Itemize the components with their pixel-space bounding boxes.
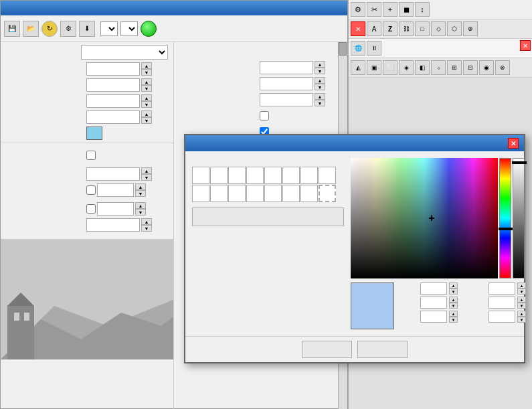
custom-cell[interactable] xyxy=(319,167,336,184)
red-up[interactable]: ▲ xyxy=(517,282,526,289)
sat-up[interactable]: ▲ xyxy=(449,297,458,303)
val-down[interactable]: ▼ xyxy=(449,317,458,323)
custom-cell[interactable] xyxy=(210,167,228,184)
picker-row: + xyxy=(351,158,526,278)
red-down[interactable]: ▼ xyxy=(517,289,526,295)
custom-cell[interactable] xyxy=(300,167,318,184)
rgb-fields: ▲ ▼ ▲ ▼ xyxy=(463,282,526,323)
custom-cell[interactable] xyxy=(192,185,209,202)
blue-down[interactable]: ▼ xyxy=(517,317,526,323)
custom-cell[interactable] xyxy=(282,167,300,184)
blue-field-input[interactable] xyxy=(489,311,515,323)
dialog-close-button[interactable]: ✕ xyxy=(508,138,519,149)
hue-spinner[interactable]: ▲ ▼ xyxy=(449,282,458,295)
brightness-indicator xyxy=(512,161,527,164)
green-up[interactable]: ▲ xyxy=(517,297,526,303)
custom-cell[interactable] xyxy=(264,185,282,202)
custom-cell[interactable] xyxy=(246,185,264,202)
dialog-titlebar: ✕ xyxy=(185,135,524,151)
hue-field-row: ▲ ▼ xyxy=(400,282,458,295)
custom-cell[interactable] xyxy=(319,185,336,202)
custom-cell[interactable] xyxy=(228,185,246,202)
custom-cell[interactable] xyxy=(300,185,318,202)
hsv-fields: ▲ ▼ ▲ ▼ xyxy=(400,282,458,323)
red-field-row: ▲ ▼ xyxy=(463,282,526,295)
blue-field-row: ▲ ▼ xyxy=(463,311,526,323)
val-spinner[interactable]: ▲ ▼ xyxy=(449,311,458,323)
sat-spinner[interactable]: ▲ ▼ xyxy=(449,297,458,309)
select-color-dialog: ✕ xyxy=(184,134,525,363)
val-up[interactable]: ▲ xyxy=(449,311,458,317)
green-down[interactable]: ▼ xyxy=(517,303,526,309)
sat-field-row: ▲ ▼ xyxy=(400,297,458,309)
dialog-overlay: ✕ xyxy=(0,0,532,409)
val-field-row: ▲ ▼ xyxy=(400,311,458,323)
hue-down[interactable]: ▼ xyxy=(449,289,458,295)
sat-down[interactable]: ▼ xyxy=(449,303,458,309)
red-spinner[interactable]: ▲ ▼ xyxy=(517,282,526,295)
custom-cell[interactable] xyxy=(192,167,209,184)
values-row: ▲ ▼ ▲ ▼ xyxy=(351,282,526,329)
hue-bar[interactable] xyxy=(499,158,511,278)
custom-cell[interactable] xyxy=(264,167,282,184)
brightness-bar[interactable] xyxy=(513,158,525,278)
hue-field-input[interactable] xyxy=(420,282,447,295)
sat-field-input[interactable] xyxy=(420,297,447,309)
red-field-input[interactable] xyxy=(489,282,515,295)
green-field-input[interactable] xyxy=(489,297,515,309)
ok-button[interactable] xyxy=(302,341,352,358)
hue-indicator xyxy=(499,228,513,230)
custom-cell[interactable] xyxy=(228,167,246,184)
selected-color-preview xyxy=(351,282,394,329)
green-spinner[interactable]: ▲ ▼ xyxy=(517,297,526,309)
add-custom-colors-button[interactable] xyxy=(192,208,344,226)
dialog-footer xyxy=(185,336,524,362)
color-picker-panel: + xyxy=(351,158,526,329)
blue-up[interactable]: ▲ xyxy=(517,311,526,317)
cancel-button[interactable] xyxy=(357,341,408,358)
custom-cell[interactable] xyxy=(210,185,228,202)
hue-slider-area xyxy=(499,158,511,278)
blue-spinner[interactable]: ▲ ▼ xyxy=(517,311,526,323)
dialog-body: + xyxy=(185,151,524,336)
val-field-input[interactable] xyxy=(420,311,447,323)
green-field-row: ▲ ▼ xyxy=(463,297,526,309)
custom-colors-grid xyxy=(192,167,344,202)
hue-up[interactable]: ▲ xyxy=(449,282,458,289)
gradient-picker[interactable]: + xyxy=(351,158,498,278)
custom-cell[interactable] xyxy=(246,167,264,184)
color-grids-panel xyxy=(192,158,344,329)
custom-cell[interactable] xyxy=(282,185,300,202)
